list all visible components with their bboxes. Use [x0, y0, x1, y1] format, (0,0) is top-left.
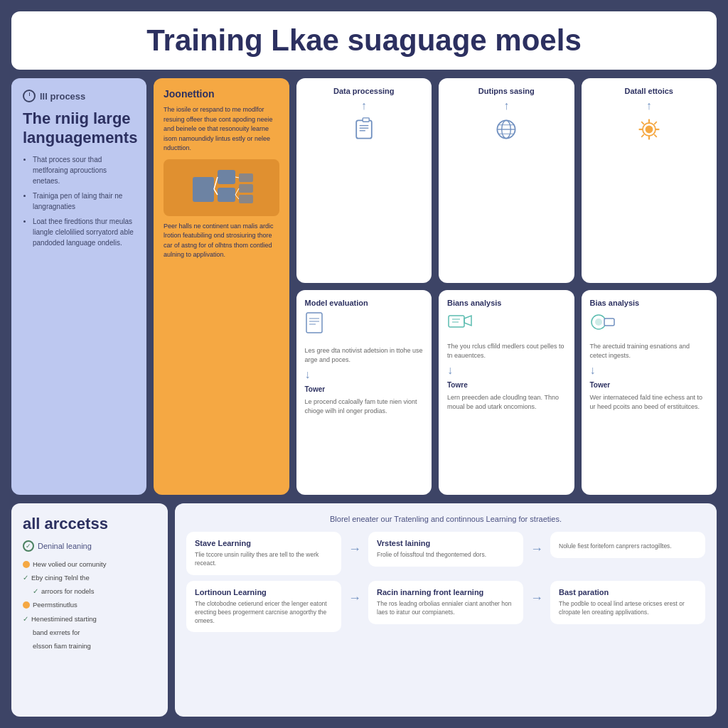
bottom-left-panel: all arccetss ✓ Deninal leaning Hew volie… [11, 503, 168, 717]
main-title: Training Lkae suaguage moels [31, 24, 697, 57]
card-data-processing-title: Data processing [333, 87, 395, 95]
bottom-section: all arccetss ✓ Deninal leaning Hew volie… [11, 503, 717, 717]
card-data-processing-icon [351, 117, 377, 147]
svg-line-26 [214, 177, 218, 189]
left-panel-header-text: lll process [40, 91, 85, 102]
flow-arrow-1: → [348, 542, 361, 557]
card-bians: Bians analysis The you rclus cflild medl… [439, 290, 574, 495]
flow-card-racin: Racin inarning front learning The ros le… [368, 581, 523, 624]
bottom-left-items: Hew volied our comunity ✓ Eby cining Tel… [23, 559, 156, 652]
flow-arrow-4: → [530, 591, 543, 606]
check-5: ✓ [23, 614, 28, 625]
orange-card: Joonettion The iosile or respand to me m… [154, 78, 289, 495]
tower-label-2: Towre [447, 381, 468, 389]
flow-arrow-3: → [348, 591, 361, 606]
item-text-5: Henestimined starting [31, 614, 97, 625]
svg-line-27 [214, 189, 218, 195]
flow-card-stave: Stave Learning Tlie tccore unsin ruility… [186, 532, 341, 575]
item-text-2: Eby cining Telnl the [31, 572, 90, 584]
item-1: Hew volied our comunity [23, 559, 156, 570]
svg-point-10 [645, 126, 653, 134]
orange-dot-1 [23, 561, 30, 568]
flow-card-nolule-body: Nolule fiest foriteforn canprers ractogi… [559, 542, 697, 551]
svg-line-29 [235, 188, 239, 195]
flow-card-vrstest-body: Frolie of foissftoul tnd thegontemed dor… [377, 551, 515, 560]
card-bias-icon [590, 311, 616, 338]
flow-card-bast-title: Bast paration [559, 588, 697, 596]
arrow-down-3: ↓ [590, 364, 596, 377]
card-datall-title: Datall ettoics [625, 87, 673, 95]
flow-row-1: Stave Learning Tlie tccore unsin ruility… [186, 532, 705, 575]
flow-card-lortinoun-title: Lortinoun Learning [195, 588, 333, 596]
card-bias-title: Bias analysis [590, 299, 640, 307]
flow-card-bast-body: The podble to oceal lind artese oricses … [559, 600, 697, 617]
card-bias: Bias analysis The arectuid training esna… [582, 290, 717, 495]
tower-body-2: Lern preecden ade cloudlng tean. Thno mo… [447, 393, 566, 411]
orange-card-footer: Peer halls ne continent uan malis ardic … [164, 222, 279, 260]
svg-rect-25 [239, 195, 253, 203]
main-container: Training Lkae suaguage moels lll process… [0, 0, 728, 728]
svg-line-17 [654, 134, 657, 137]
card-model-eval: Model evaluation Les gree dta notivist a… [296, 290, 432, 495]
bullet-3: Loat thee firedtions thur meulas liangle… [33, 216, 135, 248]
bottom-right-header: Blorel eneater our Tratenling and contin… [186, 515, 705, 523]
svg-line-16 [641, 122, 644, 124]
card-bians-title: Bians analysis [447, 299, 501, 307]
svg-rect-35 [449, 316, 464, 327]
svg-marker-36 [464, 316, 471, 326]
card-dutipns: Dutipns sasing ↑ [439, 78, 574, 283]
tower-label-1: Tower [305, 385, 326, 393]
card-bias-body: The arectuid training esnations and cete… [590, 342, 709, 360]
bullet-2: Trainiga pen of laing thair ne langragna… [33, 191, 135, 212]
item-text-1: Hew volied our comunity [33, 559, 107, 570]
check-circle-icon: ✓ [23, 540, 34, 552]
item-text-4: Peermstinutlus [33, 599, 77, 611]
title-box: Training Lkae suaguage moels [11, 11, 717, 70]
card-dutipns-icon [493, 117, 519, 147]
flow-card-lortinoun-body: The clotobodne cetierund ericer the leng… [195, 600, 333, 626]
item-text-6: band exrrets for [33, 627, 80, 638]
flow-card-vrstest: Vrstest laining Frolie of foissftoul tnd… [368, 532, 523, 567]
card-bians-icon [447, 311, 473, 338]
bottom-left-title: all arccetss [23, 515, 156, 533]
bottom-left-subtitle-text: Deninal leaning [38, 542, 92, 550]
item-6: band exrrets for [23, 627, 156, 638]
card-dutipns-title: Dutipns sasing [478, 87, 535, 95]
left-panel: lll process The rniig large languagement… [11, 78, 146, 495]
flow-arrow-2: → [530, 542, 543, 557]
tower-body-1: Le procend ccaloally fam tute nien viont… [305, 397, 424, 415]
svg-rect-4 [363, 118, 369, 122]
card-model-eval-icon [305, 311, 326, 342]
svg-line-18 [654, 122, 657, 124]
left-panel-header: lll process [23, 90, 135, 102]
svg-rect-31 [306, 313, 322, 333]
orange-card-title: Joonettion [164, 88, 279, 100]
card-model-eval-body: Les gree dta notivist adetsion in ttohe … [305, 346, 424, 364]
svg-rect-20 [193, 177, 214, 202]
item-text-7: elsson fiam training [33, 641, 91, 652]
arrow-up-2: ↑ [503, 100, 509, 112]
arrow-down-2: ↓ [447, 364, 453, 377]
orange-card-img [164, 159, 279, 216]
bullet-1: That proces sour thad metlforaing aprouc… [33, 154, 135, 186]
check-3: ✓ [33, 586, 38, 597]
bottom-left-subtitle: ✓ Deninal leaning [23, 540, 156, 552]
item-text-3: arroors for nodels [41, 586, 94, 597]
orange-card-body: The iosile or respand to me modlfor resu… [164, 105, 279, 154]
left-panel-bullets: That proces sour thad metlforaing aprouc… [23, 154, 135, 252]
item-4: Peermstinutlus [23, 599, 156, 611]
item-5: ✓ Henestimined starting [23, 614, 156, 625]
item-2: ✓ Eby cining Telnl the [23, 572, 156, 584]
card-model-eval-title: Model evaluation [305, 299, 368, 307]
svg-rect-23 [239, 173, 253, 182]
card-data-processing: Data processing ↑ [296, 78, 432, 283]
svg-line-30 [235, 195, 239, 199]
right-grid: Data processing ↑ Dutipns sasing ↑ [154, 78, 717, 495]
svg-rect-24 [239, 184, 253, 193]
arrow-down-1: ↓ [305, 368, 311, 381]
card-bians-body: The you rclus cflild medlers cout pelles… [447, 342, 566, 360]
flow-card-vrstest-title: Vrstest laining [377, 539, 515, 547]
tower-label-3: Tower [590, 381, 611, 389]
arrow-up-1: ↑ [361, 100, 367, 112]
left-panel-title: The rniig large languagements [23, 109, 135, 147]
